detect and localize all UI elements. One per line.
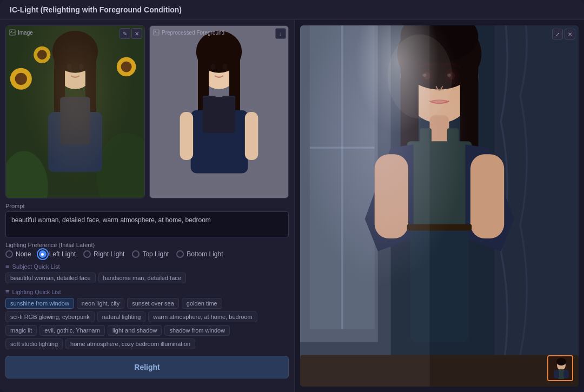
svg-rect-38 bbox=[310, 25, 375, 329]
image-icon bbox=[9, 29, 16, 36]
svg-point-57 bbox=[444, 69, 459, 84]
svg-point-7 bbox=[34, 46, 50, 63]
svg-point-5 bbox=[10, 68, 32, 90]
image-box-2-label: Preprocessed Foreground bbox=[162, 30, 224, 36]
image-icon-2 bbox=[153, 29, 160, 36]
svg-rect-15 bbox=[48, 112, 102, 172]
input-image-content bbox=[6, 26, 144, 198]
lighting-tag-studio[interactable]: soft studio lighting bbox=[5, 338, 63, 349]
svg-point-32 bbox=[223, 64, 228, 70]
thumbnail-preview bbox=[548, 356, 573, 381]
left-panel: Image ✎ ✕ bbox=[0, 20, 295, 392]
lighting-preference-label: Lighting Preference (Initial Latent) bbox=[5, 242, 289, 248]
svg-point-6 bbox=[15, 73, 27, 85]
svg-point-12 bbox=[52, 31, 98, 73]
radio-top-circle bbox=[132, 250, 140, 258]
svg-point-11 bbox=[54, 38, 96, 89]
result-thumbnail[interactable] bbox=[547, 355, 573, 381]
radio-left-light[interactable]: Left Light bbox=[39, 250, 76, 258]
svg-point-17 bbox=[67, 64, 71, 70]
lighting-tag-sunset[interactable]: sunset over sea bbox=[127, 298, 179, 309]
svg-rect-48 bbox=[430, 115, 449, 148]
svg-point-56 bbox=[420, 69, 434, 84]
close-output-btn[interactable]: ✕ bbox=[565, 29, 575, 39]
prompt-label: Prompt bbox=[5, 203, 289, 209]
svg-rect-69 bbox=[563, 370, 569, 378]
svg-point-58 bbox=[424, 72, 430, 79]
svg-rect-41 bbox=[494, 25, 579, 387]
output-image-content bbox=[300, 25, 579, 387]
title-bar: IC-Light (Relighting with Foreground Con… bbox=[0, 0, 584, 20]
radio-left-circle bbox=[39, 250, 47, 258]
radio-right-label: Right Light bbox=[94, 250, 124, 258]
svg-rect-52 bbox=[375, 154, 408, 238]
lighting-tag-magic[interactable]: magic lit bbox=[5, 325, 37, 336]
radio-none[interactable]: None bbox=[5, 250, 31, 258]
output-image-box: ⤢ ✕ bbox=[300, 25, 579, 387]
radio-bottom-label: Bottom Light bbox=[187, 250, 223, 258]
lighting-tag-scifi[interactable]: sci-fi RGB glowing, cyberpunk bbox=[5, 311, 95, 322]
radio-bottom-circle bbox=[176, 250, 184, 258]
svg-point-18 bbox=[79, 64, 84, 70]
svg-point-8 bbox=[37, 50, 47, 59]
svg-rect-30 bbox=[203, 97, 235, 133]
svg-rect-53 bbox=[470, 154, 504, 238]
svg-point-61 bbox=[447, 74, 451, 77]
svg-rect-19 bbox=[6, 26, 144, 198]
lighting-tag-list: sunshine from window neon light, city su… bbox=[5, 298, 289, 349]
svg-rect-45 bbox=[401, 51, 419, 200]
image-box-1-label: Image bbox=[18, 30, 33, 36]
svg-rect-16 bbox=[60, 97, 90, 145]
lighting-tag-natural[interactable]: natural lighting bbox=[97, 311, 146, 322]
svg-rect-68 bbox=[554, 370, 559, 378]
preprocessed-foreground-box: Preprocessed Foreground ↓ bbox=[149, 25, 289, 198]
lighting-tag-shadow-window[interactable]: shadow from window bbox=[164, 325, 230, 336]
subject-tag-2[interactable]: handsome man, detailed face bbox=[98, 273, 186, 283]
svg-rect-46 bbox=[460, 51, 479, 206]
radio-right-circle bbox=[83, 250, 91, 258]
radio-left-label: Left Light bbox=[49, 250, 76, 258]
svg-point-3 bbox=[6, 151, 48, 198]
svg-rect-2 bbox=[6, 26, 144, 198]
relight-button[interactable]: Relight bbox=[5, 356, 289, 378]
edit-image-btn[interactable]: ✎ bbox=[120, 28, 130, 39]
prompt-textarea[interactable] bbox=[5, 211, 289, 237]
svg-rect-55 bbox=[407, 224, 472, 231]
lighting-tag-gothic[interactable]: evil, gothic, Yharnam bbox=[39, 325, 105, 336]
svg-rect-62 bbox=[300, 25, 430, 387]
svg-point-63 bbox=[388, 35, 453, 119]
radio-right-light[interactable]: Right Light bbox=[83, 250, 124, 258]
svg-rect-51 bbox=[447, 128, 459, 154]
lighting-tag-neon[interactable]: neon light, city bbox=[77, 298, 124, 309]
svg-rect-36 bbox=[300, 25, 391, 387]
download-preprocessed-btn[interactable]: ↓ bbox=[275, 28, 286, 39]
lighting-tag-warm[interactable]: warm atmosphere, at home, bedroom bbox=[148, 311, 257, 322]
svg-rect-42 bbox=[300, 355, 579, 387]
radio-none-circle bbox=[5, 250, 13, 258]
svg-rect-50 bbox=[420, 128, 432, 154]
radio-top-label: Top Light bbox=[142, 250, 169, 258]
radio-none-label: None bbox=[16, 250, 31, 258]
lighting-quick-list-header: Lighting Quick List bbox=[5, 288, 289, 296]
lighting-tag-cozy[interactable]: home atmosphere, cozy bedroom illuminati… bbox=[65, 338, 195, 349]
lighting-tag-golden[interactable]: golden time bbox=[182, 298, 222, 309]
app-title: IC-Light (Relighting with Foreground Con… bbox=[10, 5, 182, 14]
svg-point-44 bbox=[397, 25, 482, 89]
svg-point-59 bbox=[448, 72, 455, 79]
svg-point-47 bbox=[401, 25, 479, 62]
subject-tag-list: beautiful woman, detailed face handsome … bbox=[5, 273, 289, 283]
subject-quick-list-header: Subject Quick List bbox=[5, 262, 289, 270]
svg-rect-49 bbox=[407, 141, 472, 232]
lighting-tag-sunshine[interactable]: sunshine from window bbox=[5, 298, 74, 309]
svg-point-10 bbox=[121, 62, 132, 72]
lighting-tag-shadow[interactable]: light and shadow bbox=[108, 325, 162, 336]
radio-bottom-light[interactable]: Bottom Light bbox=[176, 250, 223, 258]
radio-top-light[interactable]: Top Light bbox=[132, 250, 169, 258]
right-panel: ⤢ ✕ bbox=[295, 20, 584, 392]
subject-tag-1[interactable]: beautiful woman, detailed face bbox=[5, 273, 96, 283]
expand-output-btn[interactable]: ⤢ bbox=[552, 29, 563, 39]
close-image-btn[interactable]: ✕ bbox=[131, 28, 142, 39]
svg-rect-34 bbox=[245, 112, 258, 160]
svg-rect-35 bbox=[300, 25, 579, 387]
svg-point-31 bbox=[210, 64, 215, 70]
